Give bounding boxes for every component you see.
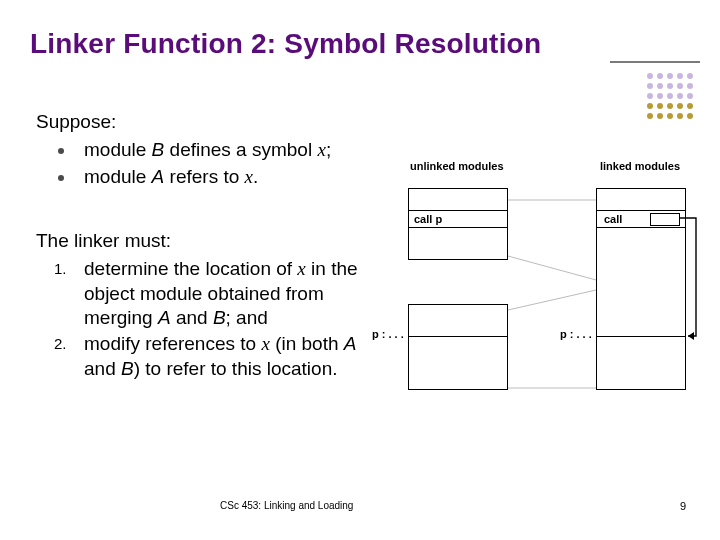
svg-point-5 [687, 73, 693, 79]
svg-line-28 [508, 256, 596, 280]
arrow-call-to-p [400, 160, 700, 420]
svg-point-21 [647, 113, 653, 119]
svg-point-17 [657, 103, 663, 109]
linker-block: The linker must: determine the location … [36, 229, 376, 381]
corner-dots-decoration [610, 60, 700, 130]
linker-item-2: modify references to x (in both A and B)… [36, 332, 376, 381]
svg-point-23 [667, 113, 673, 119]
svg-point-9 [677, 83, 683, 89]
svg-marker-26 [688, 332, 694, 340]
linker-item-1: determine the location of x in the objec… [36, 257, 376, 330]
body-text: Suppose: module B defines a symbol x; mo… [36, 110, 376, 383]
footer-course: CSc 453: Linking and Loading [220, 500, 353, 511]
svg-point-22 [657, 113, 663, 119]
suppose-lead: Suppose: [36, 110, 376, 134]
suppose-item-2: module A refers to x. [36, 165, 376, 189]
linker-lead: The linker must: [36, 229, 376, 253]
svg-point-19 [677, 103, 683, 109]
svg-point-6 [647, 83, 653, 89]
svg-point-7 [657, 83, 663, 89]
text-p-def-left: p : . . . [372, 328, 404, 340]
svg-point-24 [677, 113, 683, 119]
svg-point-12 [657, 93, 663, 99]
suppose-list: module B defines a symbol x; module A re… [36, 138, 376, 189]
suppose-item-1: module B defines a symbol x; [36, 138, 376, 162]
svg-point-14 [677, 93, 683, 99]
svg-point-3 [667, 73, 673, 79]
svg-point-15 [687, 93, 693, 99]
svg-point-4 [677, 73, 683, 79]
diagram: unlinked modules linked modules call p p… [400, 160, 700, 420]
svg-point-13 [667, 93, 673, 99]
footer-page-number: 9 [680, 500, 686, 512]
svg-point-8 [667, 83, 673, 89]
svg-point-11 [647, 93, 653, 99]
svg-point-18 [667, 103, 673, 109]
linker-list: determine the location of x in the objec… [36, 257, 376, 381]
svg-point-16 [647, 103, 653, 109]
svg-point-20 [687, 103, 693, 109]
slide-title: Linker Function 2: Symbol Resolution [30, 28, 541, 60]
svg-point-1 [647, 73, 653, 79]
svg-point-2 [657, 73, 663, 79]
svg-point-10 [687, 83, 693, 89]
svg-point-25 [687, 113, 693, 119]
svg-line-29 [508, 290, 596, 310]
slide: Linker Function 2: Symbol Resolution Sup… [0, 0, 720, 540]
